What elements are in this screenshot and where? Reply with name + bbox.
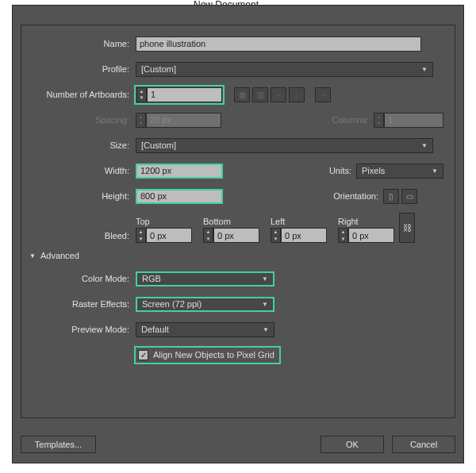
bleed-label: Bleed: — [33, 231, 136, 243]
bleed-left-input[interactable] — [281, 228, 327, 243]
chevron-down-icon: ▼ — [421, 66, 428, 73]
orientation-label: Orientation: — [333, 191, 383, 201]
bleed-top-input[interactable] — [146, 228, 192, 243]
columns-label: Columns: — [332, 115, 374, 125]
ok-button[interactable]: OK — [321, 436, 384, 453]
raster-effects-select[interactable]: Screen (72 ppi) ▼ — [136, 297, 274, 312]
spacing-label: Spacing: — [33, 115, 136, 125]
chevron-down-icon: ▼ — [262, 301, 268, 308]
spacing-stepper: ▲▼ — [136, 113, 146, 128]
chevron-down-icon: ▼ — [432, 167, 438, 175]
units-label: Units: — [329, 166, 356, 175]
preview-mode-label: Preview Mode: — [33, 325, 136, 334]
arrange-left-icon: → — [315, 87, 331, 102]
bleed-right-label: Right — [338, 217, 359, 226]
profile-value: [Custom] — [141, 64, 176, 74]
bleed-left-label: Left — [271, 217, 285, 226]
name-input[interactable] — [136, 37, 421, 52]
profile-label: Profile: — [33, 64, 136, 74]
size-select[interactable]: [Custom] ▼ — [136, 138, 433, 153]
main-panel: Name: Profile: [Custom] ▼ Number of Artb… — [21, 25, 455, 418]
bleed-top-label: Top — [136, 217, 150, 226]
bleed-right-input[interactable] — [348, 228, 394, 243]
name-label: Name: — [33, 39, 136, 48]
artboards-input[interactable] — [147, 87, 222, 102]
color-mode-label: Color Mode: — [33, 274, 136, 283]
preview-mode-select[interactable]: Default ▼ — [136, 322, 274, 337]
width-input[interactable] — [136, 163, 223, 179]
profile-select[interactable]: [Custom] ▼ — [136, 62, 433, 77]
dialog-footer: Templates... OK Cancel — [21, 436, 455, 453]
cancel-button[interactable]: Cancel — [392, 436, 455, 453]
bleed-bottom-stepper[interactable]: ▲▼ — [203, 228, 213, 243]
columns-stepper: ▲▼ — [374, 113, 384, 128]
artboards-label: Number of Artboards: — [33, 90, 136, 99]
units-select[interactable]: Pixels ▼ — [356, 163, 443, 179]
spacing-input — [146, 113, 221, 128]
bleed-right-stepper[interactable]: ▲▼ — [338, 228, 348, 243]
arrange-down-icon: ↓ — [289, 87, 305, 102]
size-label: Size: — [33, 140, 136, 150]
disclosure-triangle-icon: ▼ — [29, 252, 36, 260]
units-value: Pixels — [362, 166, 385, 175]
raster-effects-label: Raster Effects: — [33, 299, 136, 309]
artboards-stepper[interactable]: ▲▼ — [136, 87, 147, 102]
chevron-down-icon: ▼ — [421, 142, 428, 149]
grid-by-row-icon: ▦ — [234, 87, 250, 102]
width-label: Width: — [33, 166, 136, 175]
align-pixel-grid-label: Align New Objects to Pixel Grid — [153, 350, 274, 360]
orientation-portrait-icon[interactable]: ▯ — [383, 189, 399, 204]
dialog: Name: Profile: [Custom] ▼ Number of Artb… — [12, 5, 464, 463]
color-mode-select[interactable]: RGB ▼ — [136, 271, 274, 286]
advanced-label: Advanced — [40, 251, 79, 260]
preview-mode-value: Default — [141, 325, 169, 334]
link-bleed-icon[interactable]: ⛓ — [399, 213, 415, 243]
columns-input — [384, 113, 443, 128]
raster-effects-value: Screen (72 ppi) — [142, 299, 202, 309]
advanced-heading[interactable]: ▼ Advanced — [29, 251, 443, 260]
chevron-down-icon: ▼ — [263, 326, 269, 333]
grid-by-col-icon: ▥ — [252, 87, 268, 102]
height-input[interactable] — [136, 189, 223, 204]
bleed-bottom-label: Bottom — [203, 217, 231, 226]
orientation-landscape-icon[interactable]: ▭ — [401, 189, 417, 204]
color-mode-value: RGB — [142, 274, 161, 283]
size-value: [Custom] — [141, 140, 176, 150]
templates-button[interactable]: Templates... — [21, 436, 96, 453]
bleed-top-stepper[interactable]: ▲▼ — [136, 228, 146, 243]
bleed-bottom-input[interactable] — [213, 228, 259, 243]
chevron-down-icon: ▼ — [262, 275, 268, 283]
align-pixel-grid-checkbox[interactable]: ✓ — [138, 350, 148, 360]
bleed-left-stepper[interactable]: ▲▼ — [271, 228, 281, 243]
height-label: Height: — [33, 191, 136, 201]
arrange-right-icon: → — [271, 87, 286, 102]
